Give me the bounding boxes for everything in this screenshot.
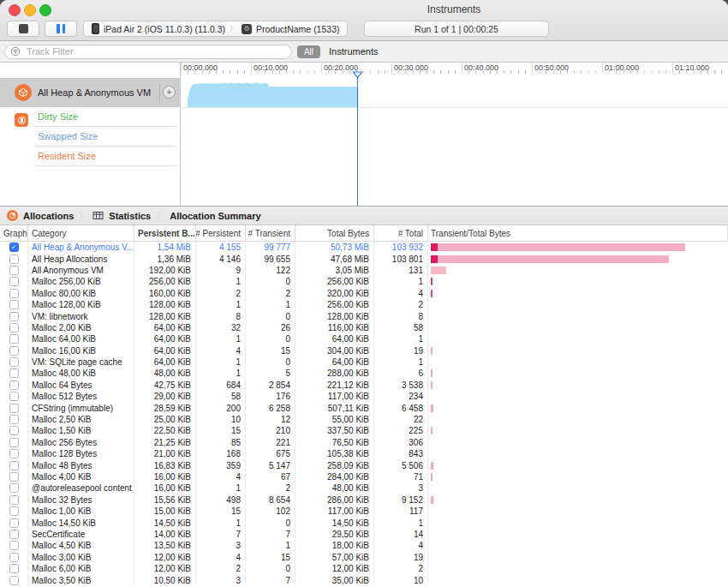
num-persistent-cell: 15 [196, 506, 246, 517]
target-selector[interactable]: iPad Air 2 (iOS 11.0.3) (11.0.3) 〉 ⚙ Pro… [83, 21, 348, 37]
column-header-persistent-bytes[interactable]: Persistent B...⌄ [134, 225, 196, 242]
graph-checkbox[interactable] [9, 576, 19, 585]
column-header-num-total[interactable]: # Total [374, 225, 428, 242]
transient-total-bar [428, 540, 728, 551]
graph-checkbox[interactable] [9, 553, 19, 562]
graph-checkbox[interactable] [9, 564, 19, 573]
graph-checkbox[interactable] [9, 461, 19, 470]
track-filter-field[interactable] [4, 45, 292, 59]
column-header-total-bytes[interactable]: Total Bytes [295, 225, 374, 242]
table-row[interactable]: Malloc 48 Bytes16,83 KiB3595 147258,09 K… [0, 459, 728, 470]
table-row[interactable]: Malloc 48,00 KiB48,00 KiB15288,00 KiB6 [0, 368, 728, 379]
table-row[interactable]: CFString (immutable)28,59 KiB2006 258507… [0, 402, 728, 413]
table-row[interactable]: VM: libnetwork128,00 KiB80128,00 KiB8 [0, 310, 728, 321]
table-row[interactable]: Malloc 64,00 KiB64,00 KiB1064,00 KiB1 [0, 333, 728, 344]
stop-record-button[interactable] [7, 21, 39, 37]
table-row[interactable]: Malloc 16,00 KiB64,00 KiB415304,00 KiB19 [0, 345, 728, 356]
graph-checkbox[interactable] [9, 518, 19, 528]
graph-checkbox[interactable] [9, 426, 19, 435]
table-row[interactable]: Malloc 32 Bytes15,56 KiB4988 654286,00 K… [0, 494, 728, 506]
playhead[interactable] [357, 74, 358, 206]
graph-checkbox[interactable] [9, 266, 19, 275]
graph-checkbox[interactable] [9, 312, 19, 321]
table-row[interactable]: SecCertificate14,00 KiB7729,50 KiB14 [0, 529, 728, 540]
table-row[interactable]: Malloc 256,00 KiB256,00 KiB10256,00 KiB1 [0, 276, 728, 287]
table-row[interactable]: ✓All Heap & Anonymous V...1,54 MiB4 1559… [0, 242, 728, 253]
graph-checkbox[interactable] [9, 472, 19, 482]
table-row[interactable]: Malloc 2,50 KiB25,00 KiB101255,00 KiB22 [0, 414, 728, 425]
add-lane-button[interactable]: + [163, 86, 176, 99]
table-row[interactable]: All Heap Allocations1,36 MiB4 14699 6554… [0, 253, 728, 264]
lane-dirty-size[interactable]: Dirty Size [0, 107, 180, 127]
graph-cell [0, 380, 28, 391]
graph-checkbox[interactable] [9, 530, 19, 539]
num-transient-cell: 2 854 [246, 380, 295, 391]
persistent-bytes-cell: 1,54 MiB [134, 242, 196, 253]
table-row[interactable]: Malloc 512 Bytes29,00 KiB58176117,00 KiB… [0, 391, 728, 402]
lane-swapped-size[interactable]: Swapped Size [0, 127, 180, 147]
graph-checkbox[interactable] [9, 438, 19, 447]
num-total-cell: 1 [374, 333, 428, 344]
table-row[interactable]: Malloc 128,00 KiB128,00 KiB11256,00 KiB2 [0, 299, 728, 310]
graph-checkbox[interactable] [9, 255, 19, 264]
minimize-button[interactable] [24, 4, 36, 16]
table-row[interactable]: Malloc 6,00 KiB12,00 KiB2012,00 KiB2 [0, 563, 728, 574]
track-row-all-heap[interactable]: All Heap & Anonymous VM + [0, 78, 180, 107]
table-row[interactable]: Malloc 3,50 KiB10,50 KiB3735,00 KiB10 [0, 574, 728, 585]
scope-all-button[interactable]: All [297, 45, 320, 58]
table-row[interactable]: Malloc 256 Bytes21,25 KiB8522176,50 KiB3… [0, 437, 728, 448]
graph-checkbox[interactable] [9, 277, 19, 286]
table-row[interactable]: Malloc 3,00 KiB12,00 KiB41557,00 KiB19 [0, 552, 728, 563]
table-row[interactable]: Malloc 128 Bytes21,00 KiB168675105,38 Ki… [0, 448, 728, 459]
close-button[interactable] [9, 4, 21, 16]
table-row[interactable]: Malloc 80,00 KiB160,00 KiB22320,00 KiB4 [0, 288, 728, 299]
graph-checkbox[interactable] [9, 506, 19, 516]
graph-checkbox[interactable] [9, 357, 19, 367]
track-filter-input[interactable] [25, 45, 286, 57]
table-row[interactable]: All Anonymous VM192,00 KiB91223,05 MiB13… [0, 265, 728, 276]
breadcrumb-statistics[interactable]: Statistics [109, 211, 151, 221]
graph-checkbox[interactable] [9, 449, 19, 458]
transient-total-bar [428, 299, 728, 310]
graph-checkbox[interactable] [9, 392, 19, 401]
graph-checkbox[interactable] [9, 541, 19, 550]
graph-checkbox[interactable] [9, 495, 19, 505]
graph-checkbox[interactable]: ✓ [9, 243, 19, 252]
graph-checkbox[interactable] [9, 404, 19, 413]
table-row[interactable]: Malloc 14,50 KiB14,50 KiB1014,50 KiB1 [0, 517, 728, 528]
graph-checkbox[interactable] [9, 334, 19, 344]
table-row[interactable]: @autoreleasepool content16,00 KiB1248,00… [0, 482, 728, 494]
graph-checkbox[interactable] [9, 380, 19, 390]
column-header-transient-total-bytes[interactable]: Transient/Total Bytes [428, 225, 728, 242]
transient-total-bar [428, 437, 728, 448]
scope-instruments-button[interactable]: Instruments [329, 46, 378, 57]
column-header-category[interactable]: Category [28, 225, 134, 242]
breadcrumb-allocations[interactable]: Allocations [23, 211, 74, 221]
table-row[interactable]: VM: SQLite page cache64,00 KiB1064,00 Ki… [0, 356, 728, 368]
num-transient-cell: 0 [246, 517, 295, 528]
graph-checkbox[interactable] [9, 289, 19, 298]
graph-checkbox[interactable] [9, 368, 19, 378]
column-header-num-transient[interactable]: # Transient [246, 225, 295, 242]
pause-button[interactable] [45, 21, 77, 37]
graph-checkbox[interactable] [9, 300, 19, 309]
breadcrumb-allocation-summary[interactable]: Allocation Summary [170, 211, 260, 221]
graph-checkbox[interactable] [9, 483, 19, 493]
graph-checkbox[interactable] [9, 415, 19, 424]
column-header-num-persistent[interactable]: # Persistent [196, 225, 246, 242]
zoom-button[interactable] [39, 4, 51, 16]
graph-checkbox[interactable] [9, 323, 19, 332]
table-row[interactable]: Malloc 64 Bytes42,75 KiB6842 854221,12 K… [0, 380, 728, 391]
column-header-graph[interactable]: Graph [0, 225, 28, 242]
lane-resident-size[interactable]: Resident Size [0, 147, 180, 166]
table-row[interactable]: Malloc 2,00 KiB64,00 KiB3226116,00 KiB58 [0, 322, 728, 333]
table-row[interactable]: Malloc 1,50 KiB22,50 KiB15210337,50 KiB2… [0, 425, 728, 436]
table-row[interactable]: Malloc 4,50 KiB13,50 KiB3118,00 KiB4 [0, 540, 728, 551]
transient-total-bar [428, 356, 728, 368]
graph-checkbox[interactable] [9, 346, 19, 356]
table-row[interactable]: Malloc 1,00 KiB15,00 KiB15102117,00 KiB1… [0, 506, 728, 517]
target-device-label: iPad Air 2 (iOS 11.0.3) (11.0.3) [104, 24, 225, 34]
persistent-bytes-cell: 29,00 KiB [134, 391, 196, 402]
playhead-handle[interactable] [352, 71, 363, 79]
table-row[interactable]: Malloc 4,00 KiB16,00 KiB467284,00 KiB71 [0, 471, 728, 482]
